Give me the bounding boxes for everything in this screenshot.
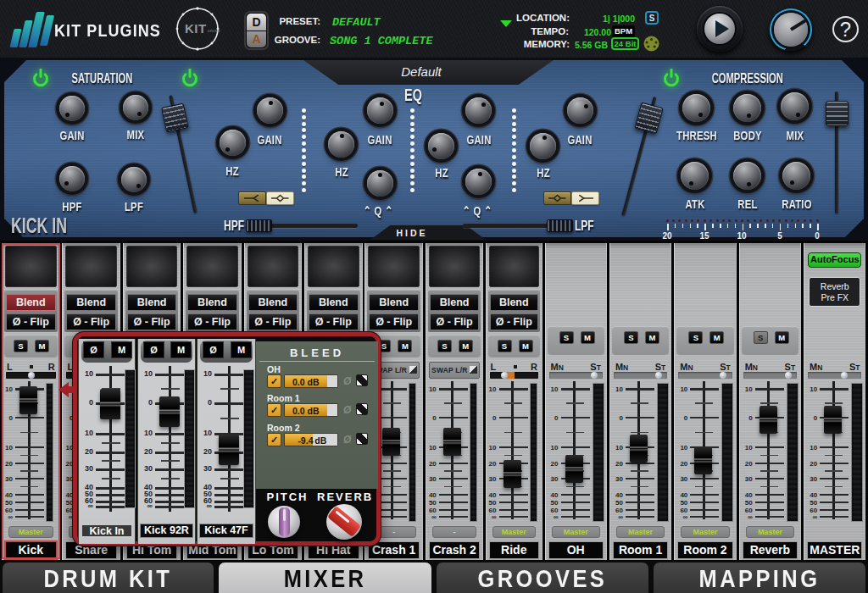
svg-text:KIT: KIT <box>185 21 207 36</box>
svg-text:DRUMS: DRUMS <box>208 29 220 33</box>
